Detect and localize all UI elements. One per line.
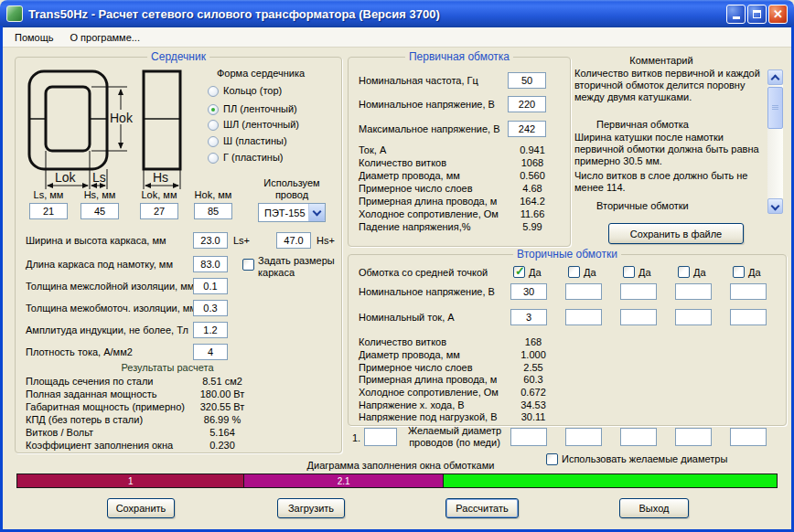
secondary-current-input-2[interactable] — [565, 309, 602, 325]
client-area: Сердечник Hok Lok Ls — [3, 48, 791, 529]
midpoint-yes-label-2: Да — [584, 267, 596, 278]
shape-radio-pl[interactable] — [208, 104, 219, 115]
secondary-current-input-1[interactable] — [510, 309, 547, 325]
primary-nominal-voltage-input[interactable] — [508, 96, 546, 112]
desired-row-index: 1. — [352, 432, 360, 443]
app-window: Trans50Hz - Расчет сетевого силового тра… — [0, 0, 794, 532]
shape-radio-ring-label: Кольцо (тор) — [223, 85, 282, 96]
diagram-label-lok: Lok — [55, 170, 77, 185]
desired-diameter-input-2[interactable] — [565, 428, 602, 446]
close-button[interactable]: ✕ — [768, 5, 788, 24]
shape-radio-g[interactable] — [208, 153, 219, 164]
use-desired-checkbox[interactable] — [546, 453, 558, 465]
wire-dropdown-button[interactable] — [308, 204, 325, 221]
secondary-wire-length-value: 60.3 — [501, 374, 565, 385]
maximize-button[interactable] — [747, 5, 767, 24]
desired-diameter-input-3[interactable] — [620, 428, 657, 446]
secondary-layers-label: Примерное число слоев — [359, 362, 473, 373]
secondary-current-input-5[interactable] — [730, 309, 767, 325]
save-to-file-button[interactable]: Сохранить в файле — [608, 223, 744, 244]
fill-segment-1: 1 — [16, 473, 244, 488]
fill-segment-2: 2.1 — [243, 473, 444, 488]
interwinding-insulation-input[interactable] — [193, 300, 228, 316]
scrollbar-thumb[interactable] — [767, 87, 783, 129]
secondary-voltage-input-5[interactable] — [730, 283, 767, 300]
midpoint-yes-label-4: Да — [693, 267, 706, 278]
comment-scrollbar[interactable] — [767, 69, 783, 214]
frame-length-input[interactable] — [193, 256, 228, 272]
midpoint-checkbox-2[interactable] — [568, 266, 580, 278]
secondary-voltage-input-4[interactable] — [675, 283, 712, 300]
wire-dropdown[interactable]: ПЭТ-155 — [258, 203, 326, 222]
secondary-voltage-input-2[interactable] — [565, 283, 602, 300]
hs-plus-input[interactable] — [276, 232, 311, 249]
core-panel-legend: Сердечник — [147, 50, 209, 63]
minimize-button[interactable] — [726, 5, 746, 24]
chevron-down-icon — [313, 207, 322, 216]
primary-turns-value: 1068 — [501, 157, 563, 168]
secondary-panel-legend: Вторичные обмотки — [513, 248, 621, 261]
calculate-button[interactable]: Рассчитать — [445, 498, 519, 518]
interwinding-insulation-label: Толщина межобмоточ. изоляции, мм — [26, 303, 197, 314]
primary-max-voltage-input[interactable] — [508, 121, 546, 137]
current-density-input[interactable] — [193, 344, 228, 360]
secondary-current-input-3[interactable] — [620, 309, 657, 325]
dim-hs-input[interactable] — [80, 203, 119, 219]
secondary-no-load-voltage-label: Напряжение х. хода, В — [359, 399, 465, 410]
dim-hs-label: Hs, мм — [80, 189, 119, 200]
secondary-load-voltage-label: Напряжение под нагрузкой, В — [359, 411, 498, 422]
set-frame-size-label: Задать размеры каркаса — [258, 255, 338, 279]
ls-plus-input[interactable] — [193, 232, 228, 249]
chevron-down-icon — [771, 201, 780, 210]
load-button[interactable]: Загрузить — [277, 498, 345, 518]
desired-diameter-input-1[interactable] — [510, 428, 547, 446]
secondary-voltage-input-1[interactable] — [510, 283, 547, 300]
shape-radio-shl[interactable] — [208, 120, 219, 131]
close-icon: ✕ — [773, 8, 783, 20]
result-turns-per-volt-label: Витков / Вольт — [26, 427, 93, 438]
induction-amplitude-input[interactable] — [193, 322, 228, 338]
dim-lok-input[interactable] — [140, 203, 178, 219]
current-density-label: Плотность тока, А/мм2 — [26, 346, 133, 357]
menu-help[interactable]: Помощь — [6, 29, 62, 46]
shape-radio-sh[interactable] — [208, 136, 219, 147]
fill-diagram-label: Диаграмма заполнения окна обмотками — [273, 460, 529, 471]
desired-diameter-input-0[interactable] — [364, 428, 397, 446]
shape-radio-ring[interactable] — [208, 86, 219, 97]
menu-about[interactable]: О программе... — [62, 29, 148, 46]
primary-wire-length-value: 164.2 — [501, 196, 563, 207]
wire-label: Используем провод — [246, 177, 338, 201]
midpoint-checkbox-5[interactable] — [733, 266, 745, 278]
midpoint-checkbox-3[interactable] — [623, 266, 635, 278]
diagram-label-hs: Hs — [153, 170, 168, 185]
dim-hok-input[interactable] — [194, 203, 232, 219]
comment-paragraph-2: Ширина катушки после намотки первичной о… — [574, 132, 771, 167]
dim-ls-input[interactable] — [29, 203, 68, 219]
primary-voltage-drop-value: 5.99 — [501, 221, 563, 232]
set-frame-size-checkbox[interactable] — [242, 259, 254, 271]
interlayer-insulation-input[interactable] — [193, 278, 228, 294]
midpoint-checkbox-4[interactable] — [678, 266, 690, 278]
desired-diameter-input-5[interactable] — [730, 428, 767, 446]
shape-radio-g-label: Г (пластины) — [223, 152, 284, 163]
primary-frequency-label: Номинальная частота, Гц — [359, 75, 478, 86]
fill-segment-2-label: 2.1 — [338, 476, 350, 486]
scroll-up-button[interactable] — [767, 69, 783, 85]
save-button[interactable]: Сохранить — [107, 498, 175, 518]
comment-title: Комментарий — [588, 55, 735, 66]
desired-diameter-input-4[interactable] — [675, 428, 712, 446]
dim-ls-label: Ls, мм — [29, 189, 68, 200]
scroll-down-button[interactable] — [767, 198, 783, 214]
primary-frequency-input[interactable] — [508, 72, 546, 89]
result-fill-factor-label: Коэффициент заполнения окна — [26, 440, 173, 451]
scrollbar-track[interactable] — [767, 85, 783, 198]
secondary-voltage-input-3[interactable] — [620, 283, 657, 300]
primary-layers-label: Примерное число слоев — [359, 183, 473, 194]
chevron-up-icon — [771, 74, 780, 83]
secondary-current-input-4[interactable] — [675, 309, 712, 325]
exit-button[interactable]: Выход — [619, 498, 689, 518]
title-bar: Trans50Hz - Расчет сетевого силового тра… — [0, 0, 794, 27]
result-full-power-value: 180.00 Вт — [181, 388, 263, 399]
midpoint-checkbox-1[interactable] — [513, 266, 525, 278]
primary-resistance-value: 11.66 — [501, 208, 563, 219]
